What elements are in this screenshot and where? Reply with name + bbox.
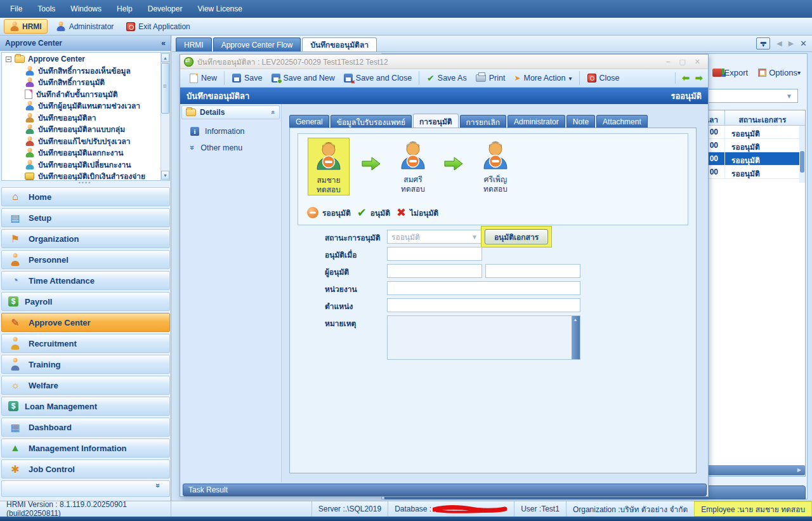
column-header-status[interactable]: สถานะเอกสาร: [725, 110, 800, 125]
sidebar-nav-item[interactable]: Job Control: [1, 459, 170, 478]
document-tab[interactable]: Approve Center Flow: [213, 37, 301, 51]
tree-item[interactable]: บันทึกสิทธิ์การมองเห็นข้อมูล: [2, 65, 169, 77]
close-window-icon[interactable]: ✕: [695, 58, 700, 66]
tree-scrollbar[interactable]: ▲ ▼: [160, 53, 169, 180]
hrmi-button[interactable]: HRMI: [4, 19, 48, 34]
tab-scroll-right-icon[interactable]: ▶: [789, 39, 794, 48]
dialog-toolbar-button[interactable]: Print: [471, 71, 510, 85]
remark-textarea[interactable]: [387, 315, 580, 360]
dialog-tab[interactable]: ข้อมูลใบรับรองแพทย์: [331, 115, 412, 128]
splitter-handle[interactable]: ••••: [0, 181, 170, 186]
document-tab[interactable]: HRMI: [176, 37, 212, 51]
sidebar-nav-item[interactable]: Time Attendance: [1, 271, 170, 290]
remark-scrollbar[interactable]: [572, 316, 580, 359]
menu-item[interactable]: Windows: [63, 1, 109, 16]
sidebar-nav-item[interactable]: Approve Center: [1, 313, 170, 332]
tree-item[interactable]: บันทึกขออนุมัติแลกกะงาน: [2, 147, 169, 159]
dialog-tab[interactable]: General: [289, 115, 329, 128]
collapse-panel-icon[interactable]: «: [161, 39, 166, 48]
workflow-person[interactable]: สมศรี ทดสอบ: [392, 138, 434, 194]
task-result-bar[interactable]: Task Result: [183, 484, 707, 496]
dialog-toolbar-button[interactable]: Save and Close: [339, 71, 416, 85]
department-input[interactable]: [387, 281, 580, 295]
sidebar-nav-item[interactable]: Home: [1, 187, 170, 206]
tree-item[interactable]: บันทึกสิทธิ์การอนุมัติ: [2, 77, 169, 89]
sidebar-nav-item[interactable]: Management Information: [1, 439, 170, 458]
dialog-title-bar[interactable]: บันทึกขออนุมัติลา : LEV202507-0029 Test1…: [180, 55, 708, 69]
tree-item[interactable]: บันทึกผู้อนุมัติแทนตามช่วงเวลา: [2, 100, 169, 112]
next-record-icon[interactable]: ➡: [695, 72, 703, 84]
legend-label: ไม่อนุมัติ: [410, 207, 438, 219]
workflow-person[interactable]: สมชาย ทดสอบ: [308, 138, 350, 195]
position-input[interactable]: [387, 298, 580, 312]
toolbar-button-icon: [190, 74, 198, 83]
sidebar-nav-item[interactable]: $ Payroll: [1, 292, 170, 311]
minimize-icon[interactable]: –: [666, 58, 670, 66]
left-menu-icon: i: [190, 127, 199, 136]
dialog-toolbar-button[interactable]: Save: [224, 71, 267, 85]
sidebar-nav-item[interactable]: Training: [1, 355, 170, 374]
close-tab-icon[interactable]: ✕: [800, 39, 807, 48]
maximize-icon[interactable]: ▢: [679, 58, 685, 66]
scrollbar-thumb[interactable]: [161, 63, 169, 114]
approved-on-input[interactable]: [387, 247, 482, 261]
tree-expander-icon[interactable]: −: [6, 56, 11, 62]
tab-scroll-left-icon[interactable]: ◀: [776, 39, 782, 48]
legend-item: ✔ อนุมัติ: [357, 206, 390, 220]
dialog-tab[interactable]: Administrator: [508, 115, 565, 128]
sidebar-nav-item[interactable]: Setup: [1, 208, 170, 227]
collapse-up-icon[interactable]: «: [270, 110, 277, 114]
menu-item[interactable]: Tools: [30, 1, 63, 16]
options-button[interactable]: Options: [758, 68, 801, 77]
nav-collapse-strip[interactable]: »: [1, 480, 170, 497]
menu-item[interactable]: Help: [109, 1, 140, 16]
workflow-person[interactable]: ศรีเพ็ญ ทดสอบ: [475, 138, 516, 194]
dialog-toolbar-button[interactable]: New: [185, 71, 221, 85]
dialog-toolbar-button[interactable]: Save and New: [267, 71, 339, 85]
exit-application-button[interactable]: Exit Application: [122, 20, 193, 33]
dialog-tab[interactable]: Note: [566, 115, 595, 128]
dialog-tab[interactable]: การยกเลิก: [460, 115, 506, 128]
nav-item-label: Setup: [29, 213, 51, 223]
menu-item[interactable]: View License: [190, 1, 250, 16]
dialog-toolbar-button[interactable]: Close: [579, 71, 624, 85]
menu-item[interactable]: Developer: [140, 1, 190, 16]
tree-item[interactable]: บันทึกขออนุมัติลาแบบกลุ่ม: [2, 124, 169, 136]
approver-name-input[interactable]: [485, 264, 580, 278]
scroll-up-icon[interactable]: ▲: [161, 53, 169, 62]
tree-item[interactable]: บันทึกขออนุมัติเปลี่ยนกะงาน: [2, 159, 169, 171]
approve-document-button[interactable]: อนุมัติเอกสาร: [485, 229, 548, 244]
left-menu-item[interactable]: i Information: [180, 121, 281, 137]
tree-item[interactable]: บันทึกลำดับขั้นการอนุมัติ: [2, 88, 169, 100]
dialog-toolbar-button[interactable]: ➤ More Action: [509, 71, 576, 85]
document-tab-row: HRMI Approve Center Flow บันทึกขออนุมัติ…: [172, 36, 812, 52]
dialog-tab[interactable]: Attachment: [596, 115, 648, 128]
tree-item-label: บันทึกขออนุมัติลา: [38, 112, 96, 124]
dialog-toolbar-button[interactable]: ✔ Save As: [419, 71, 471, 85]
dialog-tab[interactable]: การอนุมัติ: [413, 114, 459, 128]
sidebar-nav-item[interactable]: Welfare: [1, 376, 170, 395]
tree-item[interactable]: บันทึกขอแก้ไข/ปรับปรุงเวลา: [2, 135, 169, 147]
approver-code-input[interactable]: [387, 264, 482, 278]
export-button[interactable]: Export: [712, 68, 749, 77]
tree-item[interactable]: บันทึกขออนุมัติลา: [2, 112, 169, 124]
details-header[interactable]: Details «: [181, 105, 280, 119]
sidebar-nav-item[interactable]: Organization: [1, 229, 170, 248]
menu-item[interactable]: File: [3, 1, 30, 16]
nav-item-label: Job Control: [29, 465, 75, 474]
tree-item-icon: [25, 89, 32, 99]
sidebar-nav-item[interactable]: $ Loan Management: [1, 397, 170, 416]
document-tab[interactable]: บันทึกขออนุมัติลา: [302, 37, 377, 51]
grid-vertical-scrollbar[interactable]: [799, 126, 805, 183]
scroll-down-icon[interactable]: ▼: [161, 171, 169, 180]
sidebar-nav-item[interactable]: Dashboard: [1, 418, 170, 437]
previous-record-icon[interactable]: ⬅: [682, 72, 690, 84]
administrator-button[interactable]: Administrator: [53, 20, 118, 33]
sidebar-nav-item[interactable]: Recruitment: [1, 334, 170, 353]
tree-root-item[interactable]: − Approve Center: [2, 53, 169, 65]
left-menu-item[interactable]: » Other menu: [180, 137, 281, 154]
window-bottom-edge: [0, 517, 812, 521]
sidebar-nav-item[interactable]: Personnel: [1, 250, 170, 269]
status-combobox[interactable]: รออนุมัติ ▼: [387, 230, 482, 244]
tab-list-dropdown-button[interactable]: ▬▼: [756, 37, 770, 49]
